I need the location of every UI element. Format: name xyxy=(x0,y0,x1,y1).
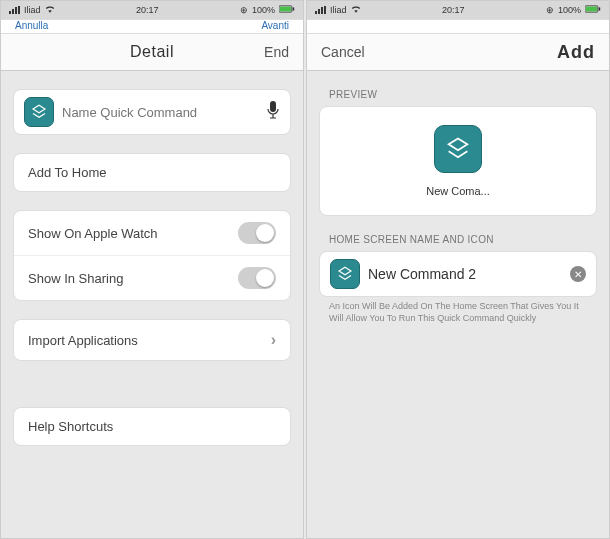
apple-watch-toggle[interactable] xyxy=(238,222,276,244)
content-area: Add To Home Show On Apple Watch Show In … xyxy=(1,71,303,538)
battery-percent: 100% xyxy=(252,5,275,15)
command-name-input[interactable] xyxy=(62,105,258,120)
signal-icon xyxy=(315,6,326,14)
toggles-card: Show On Apple Watch Show In Sharing xyxy=(13,210,291,301)
import-applications-label: Import Applications xyxy=(28,333,138,348)
preview-card: New Coma... xyxy=(319,106,597,216)
signal-icon xyxy=(9,6,20,14)
shortcut-app-icon xyxy=(434,125,482,173)
name-command-card xyxy=(13,89,291,135)
svg-rect-2 xyxy=(293,7,295,10)
right-phone-screen: Iliad 20:17 ⊕ 100% Cancel Add PREVIEW Ne… xyxy=(306,0,610,539)
cancel-button[interactable]: Cancel xyxy=(321,44,365,60)
sharing-row: Show In Sharing xyxy=(14,256,290,300)
close-icon: ✕ xyxy=(574,269,582,280)
clock: 20:17 xyxy=(136,5,159,15)
carrier-label: Iliad xyxy=(24,5,41,15)
add-button[interactable]: Add xyxy=(557,42,595,63)
carrier-label: Iliad xyxy=(330,5,347,15)
shortcut-app-icon[interactable] xyxy=(24,97,54,127)
add-to-home-label: Add To Home xyxy=(28,165,107,180)
cutoff-nav: Annulla Avanti xyxy=(1,19,303,33)
nav-bar: Cancel Add xyxy=(307,33,609,71)
helper-text: An Icon Will Be Added On The Home Screen… xyxy=(319,297,597,328)
page-title: Detail xyxy=(130,43,174,61)
battery-icon xyxy=(279,5,295,15)
battery-percent: 100% xyxy=(558,5,581,15)
left-phone-screen: Iliad 20:17 ⊕ 100% Annulla Avanti Detail… xyxy=(0,0,304,539)
microphone-icon[interactable] xyxy=(266,100,280,124)
svg-rect-5 xyxy=(586,7,597,12)
wifi-icon xyxy=(351,5,361,15)
import-applications-row[interactable]: Import Applications › xyxy=(13,319,291,361)
status-bar: Iliad 20:17 ⊕ 100% xyxy=(1,1,303,19)
svg-rect-3 xyxy=(270,101,276,112)
help-shortcuts-label: Help Shortcuts xyxy=(28,419,113,434)
home-name-input[interactable]: New Command 2 xyxy=(368,266,562,282)
home-name-card: New Command 2 ✕ xyxy=(319,251,597,297)
cutoff-nav xyxy=(307,19,609,33)
sharing-label: Show In Sharing xyxy=(28,271,123,286)
svg-rect-6 xyxy=(599,7,601,10)
status-bar: Iliad 20:17 ⊕ 100% xyxy=(307,1,609,19)
nav-bar: Detail End xyxy=(1,33,303,71)
clear-text-button[interactable]: ✕ xyxy=(570,266,586,282)
battery-icon xyxy=(585,5,601,15)
help-shortcuts-row[interactable]: Help Shortcuts xyxy=(13,407,291,446)
shortcut-app-icon[interactable] xyxy=(330,259,360,289)
apple-watch-label: Show On Apple Watch xyxy=(28,226,158,241)
sharing-toggle[interactable] xyxy=(238,267,276,289)
svg-rect-1 xyxy=(280,7,291,12)
content-area: PREVIEW New Coma... HOME SCREEN NAME AND… xyxy=(307,71,609,538)
chevron-right-icon: › xyxy=(271,331,276,349)
apple-watch-row: Show On Apple Watch xyxy=(14,211,290,256)
clock: 20:17 xyxy=(442,5,465,15)
add-to-home-card[interactable]: Add To Home xyxy=(13,153,291,192)
home-screen-header: HOME SCREEN NAME AND ICON xyxy=(319,234,597,251)
wifi-icon xyxy=(45,5,55,15)
end-button[interactable]: End xyxy=(264,44,289,60)
preview-shortcut-name: New Coma... xyxy=(426,185,490,197)
preview-header: PREVIEW xyxy=(319,89,597,106)
